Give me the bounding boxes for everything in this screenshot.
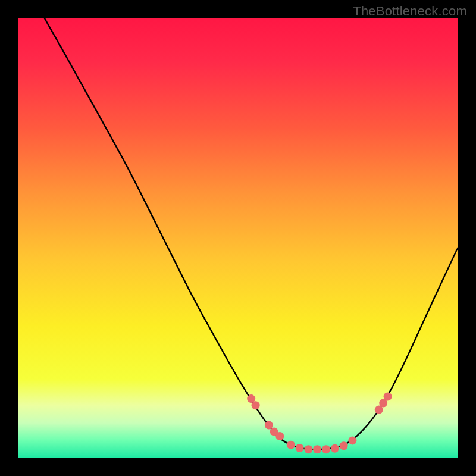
scatter-point: [265, 421, 273, 430]
chart-container: [18, 18, 458, 458]
scatter-point: [287, 441, 295, 449]
scatter-point: [340, 441, 348, 450]
scatter-point: [252, 401, 260, 409]
scatter-point: [304, 445, 312, 453]
scatter-point: [322, 445, 330, 453]
gradient-background: [18, 18, 458, 458]
scatter-point: [348, 436, 356, 444]
scatter-point: [384, 392, 392, 400]
scatter-point: [331, 444, 339, 453]
scatter-point: [275, 432, 284, 440]
scatter-point: [313, 445, 321, 453]
watermark-text: TheBottleneck.com: [353, 4, 467, 19]
scatter-point: [296, 444, 304, 452]
bottleneck-chart: [18, 18, 458, 458]
